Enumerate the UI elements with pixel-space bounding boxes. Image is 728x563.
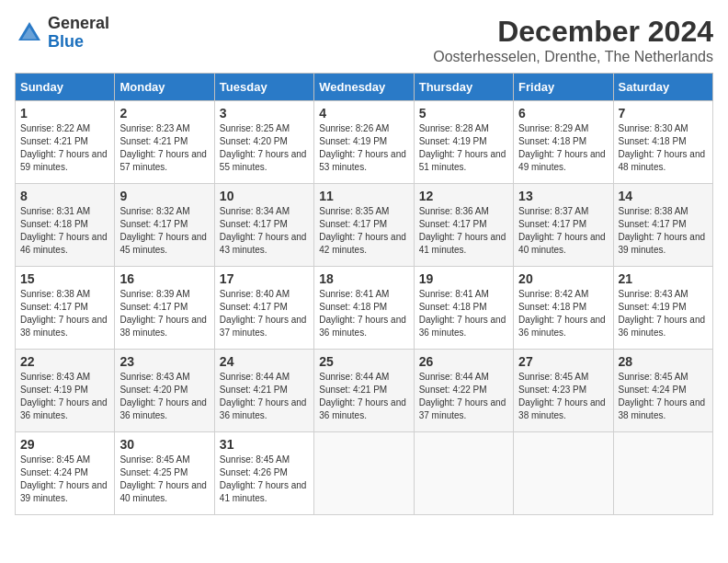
day-number: 19: [419, 271, 508, 286]
day-info: Sunrise: 8:34 AMSunset: 4:17 PMDaylight:…: [220, 205, 309, 257]
day-number: 2: [119, 106, 209, 121]
day-number: 10: [220, 189, 309, 203]
day-info: Sunrise: 8:25 AMSunset: 4:20 PMDaylight:…: [220, 122, 309, 174]
calendar-cell: [314, 432, 414, 515]
calendar-week-row: 22Sunrise: 8:43 AMSunset: 4:19 PMDayligh…: [16, 350, 713, 432]
day-number: 24: [220, 354, 309, 369]
calendar-cell: 19Sunrise: 8:41 AMSunset: 4:18 PMDayligh…: [414, 267, 513, 350]
day-info: Sunrise: 8:40 AMSunset: 4:17 PMDaylight:…: [220, 288, 309, 339]
calendar-cell: 3Sunrise: 8:25 AMSunset: 4:20 PMDaylight…: [214, 101, 313, 184]
calendar-week-row: 1Sunrise: 8:22 AMSunset: 4:21 PMDaylight…: [16, 101, 713, 184]
day-info: Sunrise: 8:45 AMSunset: 4:25 PMDaylight:…: [119, 454, 209, 505]
day-info: Sunrise: 8:43 AMSunset: 4:19 PMDaylight:…: [619, 288, 708, 339]
day-number: 31: [220, 437, 309, 452]
day-number: 12: [419, 189, 508, 203]
day-info: Sunrise: 8:26 AMSunset: 4:19 PMDaylight:…: [319, 122, 408, 174]
day-info: Sunrise: 8:44 AMSunset: 4:21 PMDaylight:…: [319, 371, 408, 422]
month-title: December 2024: [433, 15, 713, 49]
day-number: 7: [619, 106, 708, 121]
day-info: Sunrise: 8:43 AMSunset: 4:20 PMDaylight:…: [119, 371, 209, 422]
day-info: Sunrise: 8:45 AMSunset: 4:23 PMDaylight:…: [518, 371, 608, 422]
day-number: 29: [20, 437, 109, 452]
calendar-cell: [613, 432, 712, 515]
day-number: 6: [518, 106, 608, 121]
day-info: Sunrise: 8:39 AMSunset: 4:17 PMDaylight:…: [119, 288, 209, 339]
header-day-sunday: Sunday: [16, 74, 115, 101]
calendar-week-row: 8Sunrise: 8:31 AMSunset: 4:18 PMDaylight…: [16, 184, 713, 267]
day-number: 9: [119, 189, 209, 203]
calendar-cell: 13Sunrise: 8:37 AMSunset: 4:17 PMDayligh…: [514, 184, 613, 267]
day-info: Sunrise: 8:43 AMSunset: 4:19 PMDaylight:…: [20, 371, 109, 422]
day-info: Sunrise: 8:41 AMSunset: 4:18 PMDaylight:…: [419, 288, 508, 339]
day-info: Sunrise: 8:44 AMSunset: 4:21 PMDaylight:…: [220, 371, 309, 422]
header-day-wednesday: Wednesday: [314, 74, 414, 101]
header-day-monday: Monday: [115, 74, 214, 101]
day-info: Sunrise: 8:38 AMSunset: 4:17 PMDaylight:…: [619, 205, 708, 257]
calendar-cell: 31Sunrise: 8:45 AMSunset: 4:26 PMDayligh…: [214, 432, 313, 515]
calendar-cell: 2Sunrise: 8:23 AMSunset: 4:21 PMDaylight…: [115, 101, 214, 184]
day-number: 8: [20, 189, 109, 203]
calendar-cell: 17Sunrise: 8:40 AMSunset: 4:17 PMDayligh…: [214, 267, 313, 350]
day-number: 17: [220, 271, 309, 286]
calendar-cell: 15Sunrise: 8:38 AMSunset: 4:17 PMDayligh…: [16, 267, 115, 350]
calendar-cell: 10Sunrise: 8:34 AMSunset: 4:17 PMDayligh…: [214, 184, 313, 267]
logo-icon: [15, 18, 44, 48]
calendar-cell: 1Sunrise: 8:22 AMSunset: 4:21 PMDaylight…: [16, 101, 115, 184]
calendar-week-row: 15Sunrise: 8:38 AMSunset: 4:17 PMDayligh…: [16, 267, 713, 350]
day-number: 22: [20, 354, 109, 369]
calendar-cell: 16Sunrise: 8:39 AMSunset: 4:17 PMDayligh…: [115, 267, 214, 350]
day-number: 23: [119, 354, 209, 369]
calendar-cell: 24Sunrise: 8:44 AMSunset: 4:21 PMDayligh…: [214, 350, 313, 432]
calendar-cell: 29Sunrise: 8:45 AMSunset: 4:24 PMDayligh…: [16, 432, 115, 515]
day-number: 21: [619, 271, 708, 286]
calendar-week-row: 29Sunrise: 8:45 AMSunset: 4:24 PMDayligh…: [16, 432, 713, 515]
calendar-cell: 20Sunrise: 8:42 AMSunset: 4:18 PMDayligh…: [514, 267, 613, 350]
calendar-cell: 30Sunrise: 8:45 AMSunset: 4:25 PMDayligh…: [115, 432, 214, 515]
title-section: December 2024 Oosterhesselen, Drenthe, T…: [433, 15, 713, 65]
header-day-tuesday: Tuesday: [214, 74, 313, 101]
calendar-cell: 23Sunrise: 8:43 AMSunset: 4:20 PMDayligh…: [115, 350, 214, 432]
day-info: Sunrise: 8:42 AMSunset: 4:18 PMDaylight:…: [518, 288, 608, 339]
calendar-cell: 26Sunrise: 8:44 AMSunset: 4:22 PMDayligh…: [414, 350, 513, 432]
header-day-friday: Friday: [514, 74, 613, 101]
calendar-cell: 18Sunrise: 8:41 AMSunset: 4:18 PMDayligh…: [314, 267, 414, 350]
calendar-cell: [514, 432, 613, 515]
day-info: Sunrise: 8:45 AMSunset: 4:24 PMDaylight:…: [619, 371, 708, 422]
day-info: Sunrise: 8:41 AMSunset: 4:18 PMDaylight:…: [319, 288, 408, 339]
calendar-cell: 11Sunrise: 8:35 AMSunset: 4:17 PMDayligh…: [314, 184, 414, 267]
day-info: Sunrise: 8:29 AMSunset: 4:18 PMDaylight:…: [518, 122, 608, 174]
day-number: 16: [119, 271, 209, 286]
calendar-cell: 4Sunrise: 8:26 AMSunset: 4:19 PMDaylight…: [314, 101, 414, 184]
day-number: 15: [20, 271, 109, 286]
day-number: 25: [319, 354, 408, 369]
day-number: 13: [518, 189, 608, 203]
calendar-table: SundayMondayTuesdayWednesdayThursdayFrid…: [15, 73, 713, 515]
header-day-thursday: Thursday: [414, 74, 513, 101]
day-number: 3: [220, 106, 309, 121]
calendar-cell: 8Sunrise: 8:31 AMSunset: 4:18 PMDaylight…: [16, 184, 115, 267]
day-info: Sunrise: 8:30 AMSunset: 4:18 PMDaylight:…: [619, 122, 708, 174]
day-number: 5: [419, 106, 508, 121]
day-number: 26: [419, 354, 508, 369]
day-number: 1: [20, 106, 109, 121]
logo-general: General: [48, 14, 109, 32]
day-info: Sunrise: 8:28 AMSunset: 4:19 PMDaylight:…: [419, 122, 508, 174]
day-number: 20: [518, 271, 608, 286]
day-info: Sunrise: 8:45 AMSunset: 4:26 PMDaylight:…: [220, 454, 309, 505]
location-subtitle: Oosterhesselen, Drenthe, The Netherlands: [433, 49, 713, 65]
calendar-header-row: SundayMondayTuesdayWednesdayThursdayFrid…: [16, 74, 713, 101]
calendar-cell: 12Sunrise: 8:36 AMSunset: 4:17 PMDayligh…: [414, 184, 513, 267]
day-number: 30: [119, 437, 209, 452]
day-info: Sunrise: 8:23 AMSunset: 4:21 PMDaylight:…: [119, 122, 209, 174]
day-info: Sunrise: 8:37 AMSunset: 4:17 PMDaylight:…: [518, 205, 608, 257]
day-number: 28: [619, 354, 708, 369]
calendar-cell: 6Sunrise: 8:29 AMSunset: 4:18 PMDaylight…: [514, 101, 613, 184]
header-day-saturday: Saturday: [613, 74, 712, 101]
calendar-cell: 28Sunrise: 8:45 AMSunset: 4:24 PMDayligh…: [613, 350, 712, 432]
day-info: Sunrise: 8:22 AMSunset: 4:21 PMDaylight:…: [20, 122, 109, 174]
calendar-cell: 22Sunrise: 8:43 AMSunset: 4:19 PMDayligh…: [16, 350, 115, 432]
day-info: Sunrise: 8:35 AMSunset: 4:17 PMDaylight:…: [319, 205, 408, 257]
day-number: 4: [319, 106, 408, 121]
day-info: Sunrise: 8:32 AMSunset: 4:17 PMDaylight:…: [119, 205, 209, 257]
day-info: Sunrise: 8:45 AMSunset: 4:24 PMDaylight:…: [20, 454, 109, 505]
